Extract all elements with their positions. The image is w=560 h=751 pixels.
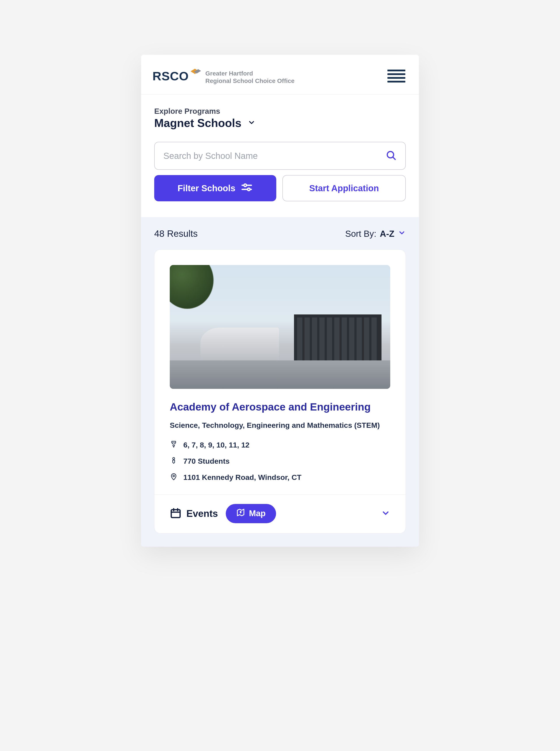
search-icon[interactable] (386, 150, 397, 162)
students-value: 770 Students (183, 457, 230, 466)
app-frame: RSCO Greater Hartford Regional School Ch… (141, 55, 419, 547)
filter-schools-button[interactable]: Filter Schools (154, 175, 276, 201)
explore-section: Explore Programs Magnet Schools (141, 95, 419, 130)
grades-value: 6, 7, 8, 9, 10, 11, 12 (183, 441, 249, 449)
svg-point-10 (173, 457, 175, 459)
school-image-wrap (155, 250, 405, 389)
school-card-body: Academy of Aerospace and Engineering Sci… (155, 389, 405, 495)
program-title: Magnet Schools (154, 116, 241, 130)
logo-sub-line-1: Greater Hartford (205, 70, 295, 77)
location-icon (170, 473, 178, 482)
events-button[interactable]: Events (170, 507, 218, 520)
svg-rect-12 (171, 510, 180, 517)
expand-button[interactable] (381, 509, 390, 519)
app-header: RSCO Greater Hartford Regional School Ch… (141, 55, 419, 95)
map-pin-icon (236, 508, 245, 519)
sliders-icon (241, 181, 253, 195)
menu-icon[interactable] (385, 67, 407, 85)
logo-sub-line-2: Regional School Choice Office (205, 77, 295, 84)
search-input[interactable] (163, 151, 386, 161)
address-row: 1101 Kennedy Road, Windsor, CT (170, 473, 390, 482)
results-section: 48 Results Sort By: A-Z (141, 217, 419, 547)
results-bar: 48 Results Sort By: A-Z (154, 229, 406, 239)
logo: RSCO Greater Hartford Regional School Ch… (153, 67, 295, 84)
card-bottom-bar: Events Map (155, 495, 405, 533)
search-section (141, 130, 419, 170)
person-icon (170, 456, 178, 466)
explore-label: Explore Programs (154, 107, 406, 116)
chevron-down-icon (247, 119, 256, 127)
calendar-icon (170, 507, 182, 520)
students-row: 770 Students (170, 456, 390, 466)
program-dropdown[interactable]: Magnet Schools (154, 116, 406, 130)
grades-row: 6, 7, 8, 9, 10, 11, 12 (170, 440, 390, 450)
start-application-label: Start Application (309, 183, 379, 193)
sort-label: Sort By: (345, 229, 376, 239)
logo-subtitle: Greater Hartford Regional School Choice … (205, 70, 295, 84)
svg-point-7 (247, 188, 250, 191)
search-field[interactable] (154, 142, 406, 170)
svg-point-11 (173, 475, 175, 477)
filter-schools-label: Filter Schools (178, 183, 236, 193)
start-application-button[interactable]: Start Application (282, 175, 406, 201)
svg-line-3 (393, 157, 395, 159)
svg-point-5 (244, 184, 246, 186)
logo-graduation-icon (188, 67, 201, 77)
school-image (170, 265, 390, 389)
map-button[interactable]: Map (226, 504, 276, 523)
sort-dropdown[interactable]: Sort By: A-Z (345, 229, 406, 239)
sort-value: A-Z (380, 229, 394, 239)
grades-icon (170, 440, 178, 450)
logo-text: RSCO (153, 69, 189, 83)
chevron-down-icon (398, 229, 406, 239)
school-card[interactable]: Academy of Aerospace and Engineering Sci… (154, 250, 406, 533)
map-label: Map (249, 509, 265, 518)
results-count: 48 Results (154, 229, 198, 239)
actions-row: Filter Schools Start Application (141, 170, 419, 217)
events-label: Events (186, 508, 218, 519)
address-value: 1101 Kennedy Road, Windsor, CT (183, 473, 301, 482)
school-title[interactable]: Academy of Aerospace and Engineering (170, 401, 390, 413)
school-subtitle: Science, Technology, Engineering and Mat… (170, 420, 390, 431)
logo-mark: RSCO (153, 69, 201, 83)
